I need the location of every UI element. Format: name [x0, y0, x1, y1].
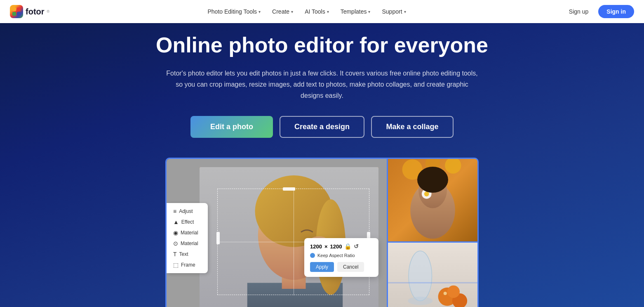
- collage-image-top: [388, 159, 477, 241]
- adjust-icon: ≡: [173, 208, 176, 215]
- svg-rect-1: [17, 7, 21, 11]
- collage-demo: [387, 159, 477, 307]
- tool-text[interactable]: T Text: [173, 251, 201, 257]
- hero-buttons: Edit a photo Create a design Make a coll…: [190, 116, 454, 138]
- cancel-resize-button[interactable]: Cancel: [337, 262, 364, 272]
- resize-dimensions: 1200 × 1200 🔒 ↺: [310, 243, 373, 250]
- chevron-down-icon: ▾: [404, 9, 406, 14]
- svg-rect-0: [12, 7, 16, 11]
- svg-point-19: [424, 191, 429, 196]
- nav-support[interactable]: Support ▾: [377, 6, 411, 17]
- logo-text: fotor: [26, 7, 45, 17]
- nav-templates[interactable]: Templates ▾: [336, 6, 376, 17]
- resize-height[interactable]: 1200: [330, 243, 342, 250]
- tool-adjust[interactable]: ≡ Adjust: [173, 208, 201, 215]
- tool-material-2[interactable]: ⊙ Material: [173, 240, 201, 247]
- navbar: fotor® Photo Editing Tools ▾ Create ▾ AI…: [0, 0, 644, 23]
- svg-point-22: [409, 251, 432, 301]
- nav-photo-editing-tools[interactable]: Photo Editing Tools ▾: [202, 6, 266, 17]
- nav-actions: Sign up Sign in: [564, 5, 634, 18]
- material-icon: ◉: [173, 229, 178, 236]
- nav-links: Photo Editing Tools ▾ Create ▾ AI Tools …: [202, 6, 411, 17]
- chevron-down-icon: ▾: [291, 9, 293, 14]
- svg-point-20: [417, 167, 448, 193]
- edit-photo-button[interactable]: Edit a photo: [190, 116, 273, 138]
- make-collage-button[interactable]: Make a collage: [371, 116, 454, 138]
- resize-actions: Apply Cancel: [310, 262, 373, 272]
- tool-frame[interactable]: ⬚ Frame: [173, 262, 201, 268]
- demo-preview: ≡ Adjust ▲ Effect ◉ Material ⊙ Material …: [165, 158, 479, 307]
- logo-sup: ®: [47, 9, 50, 14]
- material2-icon: ⊙: [173, 240, 178, 247]
- tool-effect[interactable]: ▲ Effect: [173, 219, 201, 225]
- tool-material-1[interactable]: ◉ Material: [173, 229, 201, 236]
- crop-handle-left[interactable]: [216, 232, 220, 244]
- resize-separator: ×: [324, 243, 328, 250]
- hero-subtitle: Fotor's photo editor lets you edit photo…: [165, 68, 479, 102]
- lock-icon[interactable]: 🔒: [344, 243, 351, 250]
- svg-point-27: [444, 292, 447, 295]
- chevron-down-icon: ▾: [368, 9, 370, 14]
- hero-title: Online photo editor for everyone: [156, 33, 488, 58]
- aspect-ratio-label: Keep Aspect Ratio: [317, 253, 355, 258]
- aspect-ratio-toggle[interactable]: [310, 253, 315, 258]
- create-design-button[interactable]: Create a design: [280, 116, 364, 138]
- signin-button[interactable]: Sign in: [598, 5, 634, 18]
- chevron-down-icon: ▾: [327, 9, 329, 14]
- text-icon: T: [173, 251, 177, 257]
- tool-panel: ≡ Adjust ▲ Effect ◉ Material ⊙ Material …: [167, 203, 208, 273]
- nav-ai-tools[interactable]: AI Tools ▾: [300, 6, 334, 17]
- logo-icon: [10, 5, 23, 18]
- svg-point-23: [408, 297, 432, 305]
- resize-popup: 1200 × 1200 🔒 ↺ Keep Aspect Ratio Apply …: [304, 238, 378, 277]
- hero-section: Online photo editor for everyone Fotor's…: [0, 0, 644, 307]
- resize-width[interactable]: 1200: [310, 243, 322, 250]
- photo-editor-demo: ≡ Adjust ▲ Effect ◉ Material ⊙ Material …: [167, 159, 387, 307]
- resize-aspect-ratio: Keep Aspect Ratio: [310, 253, 373, 258]
- frame-icon: ⬚: [173, 262, 179, 268]
- nav-create[interactable]: Create ▾: [267, 6, 298, 17]
- chevron-down-icon: ▾: [259, 9, 261, 14]
- svg-rect-2: [12, 12, 16, 16]
- effect-icon: ▲: [173, 219, 179, 225]
- signup-button[interactable]: Sign up: [564, 6, 593, 17]
- refresh-icon[interactable]: ↺: [354, 243, 359, 250]
- svg-rect-28: [388, 282, 477, 283]
- collage-image-bottom: [388, 243, 477, 307]
- crop-handle-top[interactable]: [283, 187, 295, 191]
- logo[interactable]: fotor®: [10, 5, 49, 18]
- apply-button[interactable]: Apply: [310, 262, 334, 272]
- svg-point-26: [447, 286, 460, 298]
- svg-rect-3: [17, 12, 21, 16]
- photo-canvas: [200, 167, 378, 307]
